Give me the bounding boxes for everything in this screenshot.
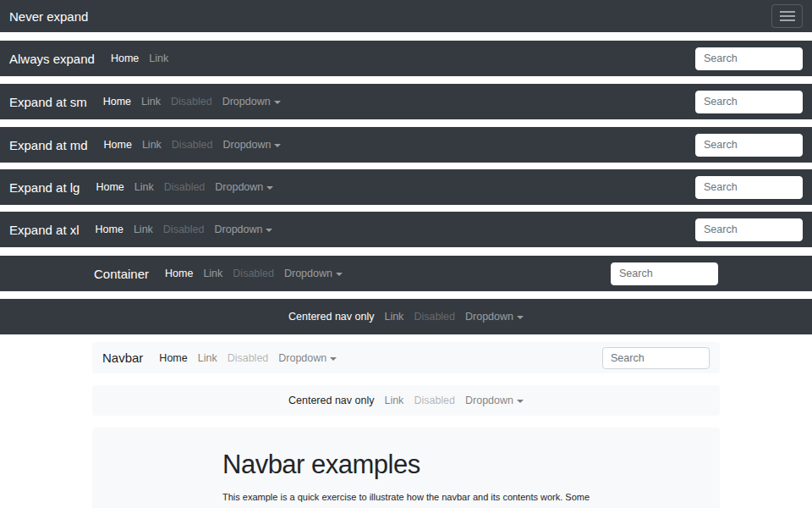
main-content: Navbar Home Link Disabled Dropdown Cente… — [92, 342, 720, 508]
navbar-container: Container Home Link Disabled Dropdown — [0, 256, 812, 291]
nav-link-link[interactable]: Link — [137, 139, 167, 151]
nav-links: Home Link Disabled Dropdown — [99, 139, 287, 151]
navbar-expand-sm: Expand at sm Home Link Disabled Dropdown — [0, 84, 812, 119]
nav-link-home[interactable]: Home — [154, 352, 192, 364]
caret-down-icon — [274, 144, 281, 147]
nav-link-dropdown[interactable]: Dropdown — [209, 224, 277, 235]
navbar-expand-xl: Expand at xl Home Link Disabled Dropdown — [0, 212, 812, 247]
brand-container[interactable]: Container — [94, 267, 149, 281]
brand-expand-xl[interactable]: Expand at xl — [9, 223, 80, 237]
nav-link-disabled: Disabled — [167, 139, 218, 151]
nav-link-disabled: Disabled — [409, 311, 460, 323]
caret-down-icon — [274, 101, 281, 104]
nav-link-home[interactable]: Home — [91, 181, 129, 193]
nav-links: Home Link Disabled Dropdown — [160, 268, 348, 279]
caret-down-icon — [336, 273, 343, 276]
brand-never-expand[interactable]: Never expand — [9, 9, 88, 24]
nav-link-disabled: Disabled — [222, 352, 274, 364]
caret-down-icon — [517, 400, 524, 403]
nav-link-home[interactable]: Home — [98, 96, 136, 108]
jumbotron: Navbar examples This example is a quick … — [92, 428, 720, 508]
nav-link-link[interactable]: Link — [193, 352, 222, 364]
nav-link-centered-nav-only[interactable]: Centered nav only — [283, 311, 379, 323]
nav-link-link[interactable]: Link — [129, 181, 159, 193]
search-input[interactable] — [695, 91, 803, 113]
nav-link-dropdown[interactable]: Dropdown — [210, 181, 278, 193]
nav-link-link[interactable]: Link — [379, 311, 409, 323]
navbar-expand-lg: Expand at lg Home Link Disabled Dropdown — [0, 169, 812, 205]
nav-link-link[interactable]: Link — [136, 96, 166, 108]
nav-link-link[interactable]: Link — [144, 52, 173, 64]
brand-navbar[interactable]: Navbar — [102, 351, 143, 365]
navbar-centered-light: Centered nav only Link Disabled Dropdown — [92, 385, 720, 416]
nav-link-disabled: Disabled — [159, 181, 211, 193]
navbar-centered-dark: Centered nav only Link Disabled Dropdown — [0, 299, 812, 334]
nav-link-dropdown[interactable]: Dropdown — [217, 96, 286, 108]
nav-links: Home Link Disabled Dropdown — [91, 224, 278, 235]
caret-down-icon — [330, 357, 337, 361]
nav-link-dropdown[interactable]: Dropdown — [460, 311, 529, 323]
nav-link-home[interactable]: Home — [160, 268, 198, 279]
nav-links: Home Link — [106, 52, 173, 64]
search-input[interactable] — [695, 47, 803, 70]
navbar-light: Navbar Home Link Disabled Dropdown — [92, 342, 720, 373]
navbar-always-expand: Always expand Home Link — [0, 41, 812, 76]
nav-link-home[interactable]: Home — [91, 224, 129, 235]
nav-link-link[interactable]: Link — [129, 224, 158, 235]
hamburger-menu-icon — [780, 11, 795, 21]
navbar-expand-md: Expand at md Home Link Disabled Dropdown — [0, 127, 812, 163]
nav-link-disabled: Disabled — [158, 224, 210, 235]
search-input[interactable] — [611, 262, 718, 285]
search-input[interactable] — [695, 176, 803, 199]
nav-link-dropdown[interactable]: Dropdown — [273, 352, 342, 364]
nav-link-disabled: Disabled — [409, 395, 460, 406]
nav-link-home[interactable]: Home — [106, 52, 144, 64]
jumbotron-paragraph: This example is a quick exercise to illu… — [222, 490, 603, 508]
nav-link-dropdown[interactable]: Dropdown — [217, 139, 286, 151]
search-input[interactable] — [695, 218, 803, 241]
nav-link-centered-nav-only[interactable]: Centered nav only — [283, 395, 379, 406]
nav-links: Centered nav only Link Disabled Dropdown — [283, 311, 529, 323]
paragraph-text-before: This example is a quick exercise to illu… — [222, 492, 590, 508]
caret-down-icon — [517, 316, 524, 319]
caret-down-icon — [266, 186, 273, 190]
navbar-toggler-button[interactable] — [771, 4, 803, 28]
brand-expand-md[interactable]: Expand at md — [9, 138, 88, 152]
search-input[interactable] — [695, 134, 803, 157]
brand-expand-lg[interactable]: Expand at lg — [9, 180, 80, 195]
nav-link-disabled: Disabled — [228, 268, 279, 279]
brand-expand-sm[interactable]: Expand at sm — [9, 95, 87, 109]
navbar-container-inner: Container Home Link Disabled Dropdown — [92, 256, 720, 291]
nav-links: Home Link Disabled Dropdown — [98, 96, 286, 108]
brand-always-expand[interactable]: Always expand — [9, 52, 95, 66]
page-title: Navbar examples — [222, 450, 606, 480]
nav-links: Centered nav only Link Disabled Dropdown — [283, 395, 529, 406]
nav-links: Home Link Disabled Dropdown — [91, 181, 278, 193]
nav-link-dropdown[interactable]: Dropdown — [279, 268, 348, 279]
nav-link-link[interactable]: Link — [379, 395, 409, 406]
caret-down-icon — [266, 229, 272, 232]
nav-link-dropdown[interactable]: Dropdown — [460, 395, 529, 406]
nav-link-link[interactable]: Link — [198, 268, 228, 279]
nav-link-home[interactable]: Home — [99, 139, 137, 151]
navbar-never-expand: Never expand — [0, 0, 812, 32]
nav-link-disabled: Disabled — [166, 96, 217, 108]
nav-links: Home Link Disabled Dropdown — [154, 352, 342, 364]
search-input[interactable] — [602, 347, 710, 369]
